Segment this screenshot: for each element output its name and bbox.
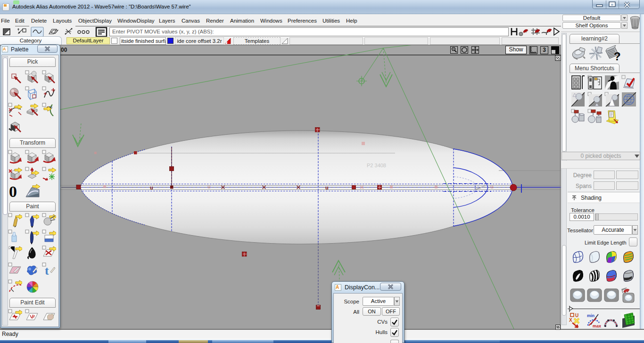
svg-text:u: u <box>325 185 329 190</box>
svg-text:min: min <box>587 313 594 318</box>
svg-text:max: max <box>593 324 601 328</box>
svg-text:t: t <box>45 264 49 278</box>
svg-text:P2 3408: P2 3408 <box>367 163 386 168</box>
svg-text:00: 00 <box>61 47 67 53</box>
svg-text:X: X <box>569 318 572 323</box>
svg-text:u: u <box>150 185 153 190</box>
svg-text:U: U <box>575 313 578 318</box>
svg-text:?: ? <box>614 50 621 62</box>
svg-text:u: u <box>490 184 494 189</box>
svg-text:u: u <box>207 184 211 189</box>
svg-text:0: 0 <box>9 183 17 199</box>
